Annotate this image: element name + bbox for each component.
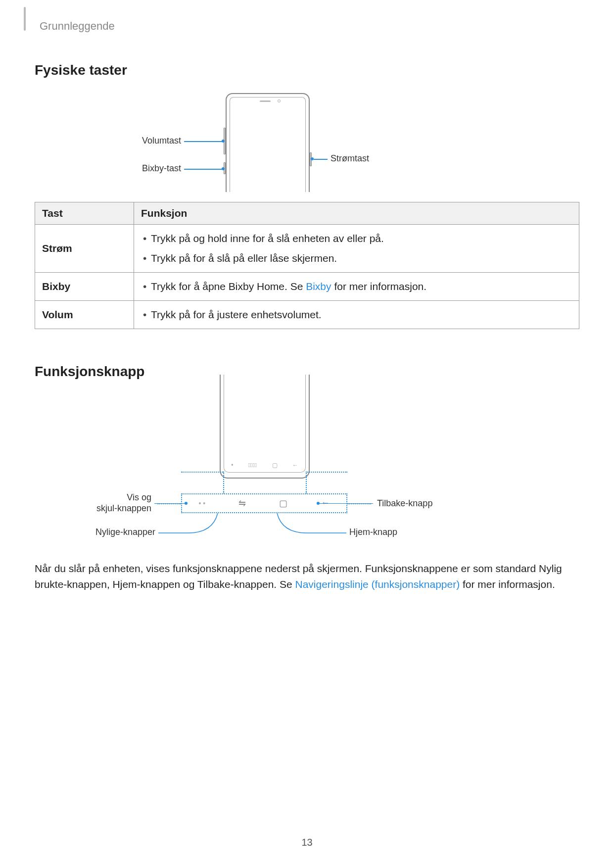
key-function: Trykk på for å justere enhetsvolumet. — [134, 300, 579, 329]
callout-line — [184, 169, 223, 170]
label-power-key: Strømtast — [331, 153, 369, 164]
function-item: Trykk på og hold inne for å slå enheten … — [141, 229, 572, 248]
page-number: 13 — [0, 837, 614, 848]
text-fragment: for mer informasjon. — [460, 579, 555, 590]
function-item: Trykk på for å justere enhetsvolumet. — [141, 305, 572, 325]
home-icon: ▢ — [279, 498, 287, 509]
back-icon: ← — [292, 462, 298, 469]
key-name: Volum — [35, 300, 134, 329]
label-volume-key: Volumtast — [137, 136, 181, 146]
home-icon: ▢ — [272, 462, 278, 469]
callout-dot — [185, 502, 188, 505]
key-name: Bixby — [35, 272, 134, 300]
label-home-button: Hjem-knapp — [349, 527, 397, 537]
page-content: Grunnleggende Fysiske taster Volumtast B… — [0, 0, 614, 593]
table-row: Strøm Trykk på og hold inne for å slå en… — [35, 225, 579, 273]
phone-top-illustration — [223, 93, 313, 192]
recents-icon: �⃓⃓⃓ — [248, 462, 257, 469]
link-bixby[interactable]: Bixby — [306, 281, 331, 292]
diagram-physical-keys: Volumtast Bixby-tast Strømtast — [35, 93, 579, 192]
label-recents-button: Nylige-knapper — [89, 527, 155, 537]
navbar-onscreen-small: • �⃓⃓⃓ ▢ ← — [224, 459, 306, 472]
function-item: Trykk for å åpne Bixby Home. Se Bixby fo… — [141, 277, 572, 296]
breadcrumb: Grunnleggende — [40, 20, 579, 33]
header-function: Funksjon — [134, 202, 579, 225]
text-fragment: for mer informasjon. — [331, 281, 427, 292]
section-title-physical-keys: Fysiske taster — [35, 62, 579, 78]
label-show-hide-l1: Vis og — [94, 492, 151, 503]
section-soft-keys: Funksjonsknapp • �⃓⃓⃓ ▢ ← • • ⇋ ▢ — [35, 364, 579, 593]
callout-line — [320, 503, 373, 504]
callout-line — [154, 503, 185, 504]
projection-line — [306, 472, 307, 493]
table-header-row: Tast Funksjon — [35, 202, 579, 225]
label-show-hide-l2: skjul-knappen — [94, 503, 151, 514]
key-name: Strøm — [35, 225, 134, 273]
callout-dot — [222, 140, 225, 143]
function-item: Trykk på for å slå på eller låse skjerme… — [141, 248, 572, 268]
label-back-button: Tilbake-knapp — [377, 498, 432, 509]
phone-bottom-illustration: • �⃓⃓⃓ ▢ ← — [218, 394, 312, 483]
key-function: Trykk for å åpne Bixby Home. Se Bixby fo… — [134, 272, 579, 300]
callout-dot — [222, 167, 225, 170]
table-row: Bixby Trykk for å åpne Bixby Home. Se Bi… — [35, 272, 579, 300]
callout-line — [314, 159, 328, 160]
label-bixby-key: Bixby-tast — [137, 163, 181, 174]
text-fragment: Trykk for å åpne Bixby Home. Se — [151, 281, 306, 292]
show-hide-dot-icon: • • — [199, 499, 206, 507]
table-row: Volum Trykk på for å justere enhetsvolum… — [35, 300, 579, 329]
callout-line — [184, 141, 223, 142]
callout-curve — [158, 513, 233, 535]
key-function: Trykk på og hold inne for å slå enheten … — [134, 225, 579, 273]
keys-table: Tast Funksjon Strøm Trykk på og hold inn… — [35, 202, 579, 329]
dot-icon: • — [231, 462, 233, 469]
header-key: Tast — [35, 202, 134, 225]
description-paragraph: Når du slår på enheten, vises funksjonsk… — [35, 561, 579, 593]
projection-line — [306, 472, 347, 473]
callout-curve — [267, 513, 346, 535]
projection-line — [181, 472, 223, 473]
diagram-soft-keys: • �⃓⃓⃓ ▢ ← • • ⇋ ▢ ← Vis og skjul-knappe… — [35, 394, 579, 543]
link-navigation-bar[interactable]: Navigeringslinje (funksjonsknapper) — [295, 579, 460, 590]
recents-icon: ⇋ — [238, 498, 246, 509]
page-edge-mark — [24, 7, 26, 31]
projection-line — [223, 472, 224, 493]
